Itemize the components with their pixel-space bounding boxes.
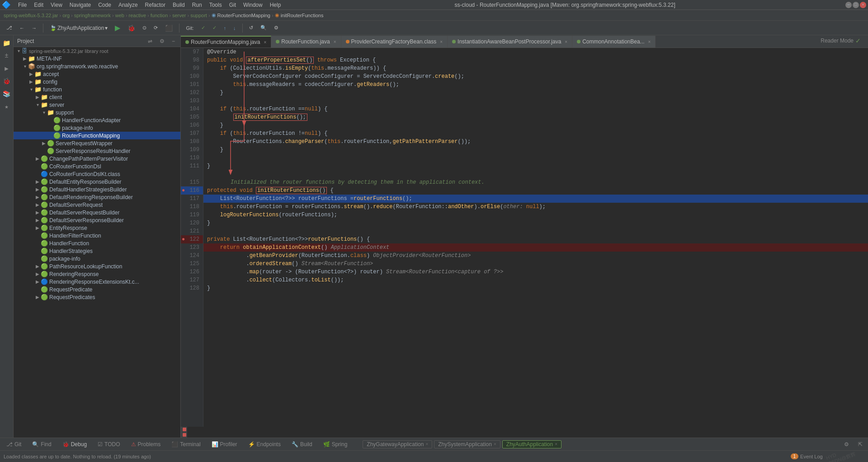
debug-tab-terminal[interactable]: ⬛ Terminal <box>167 440 205 448</box>
debug-expand-button[interactable]: ⇱ <box>854 441 866 448</box>
tree-default-handler[interactable]: ▶ 🟢 DefaultHandlerStrategiesBuilder <box>14 186 180 193</box>
side-icon-debug[interactable]: 🐞 <box>1 75 13 87</box>
side-icon-commit[interactable]: ± <box>1 50 13 62</box>
bc-item-1[interactable]: org <box>62 13 70 18</box>
git-arrow-down[interactable]: ↓ <box>231 24 239 32</box>
menu-file[interactable]: File <box>14 1 30 9</box>
forward-button[interactable]: → <box>29 24 39 32</box>
tree-request-predicates[interactable]: ▶ 🟢 RequestPredicates <box>14 293 180 301</box>
tree-package-info-1[interactable]: 🟢 package-info <box>14 124 180 132</box>
tree-handler-filter[interactable]: 🟢 HandlerFilterFunction <box>14 232 180 239</box>
tree-handler-function[interactable]: 🟢 HandlerFunction <box>14 239 180 247</box>
tree-rendering-ext-kt[interactable]: ▶ 🔵 RenderingResponseExtensionsKt.c... <box>14 278 180 286</box>
menu-refactor[interactable]: Refactor <box>142 1 169 9</box>
tree-accept[interactable]: ▶ 📁 accept <box>14 70 180 78</box>
close-button[interactable]: × <box>860 2 866 8</box>
undo-button[interactable]: ↺ <box>246 24 256 32</box>
panel-expand-button[interactable]: ⇌ <box>146 37 154 45</box>
minimize-button[interactable]: ─ <box>845 2 852 8</box>
bc-item-6[interactable]: server <box>172 13 186 18</box>
debug-session-system[interactable]: ZhySystemApplication × <box>434 440 500 448</box>
side-icon-run[interactable]: ▶ <box>1 62 13 74</box>
tree-router-function-mapping[interactable]: 🟢 RouterFunctionMapping <box>14 132 180 139</box>
run-config-selector[interactable]: 🍃 ZhyAuthApplication ▾ <box>47 24 110 33</box>
debug-session-close[interactable]: × <box>425 442 428 447</box>
tree-default-server-request-b[interactable]: ▶ 🟢 DefaultServerRequestBuilder <box>14 209 180 216</box>
menu-analyze[interactable]: Analyze <box>115 1 142 9</box>
menu-window[interactable]: Window <box>240 1 266 9</box>
tab-instantiation-aware[interactable]: InstantiationAwareBeanPostProcessor.java… <box>448 36 572 48</box>
tree-function[interactable]: ▾ 📁 function <box>14 86 180 93</box>
tab-close-icon[interactable]: × <box>440 39 443 44</box>
tree-client[interactable]: ▶ 📁 client <box>14 93 180 101</box>
menu-navigate[interactable]: Navigate <box>66 1 94 9</box>
bc-item-2[interactable]: springframework <box>74 13 111 18</box>
side-icon-project[interactable]: 📁 <box>1 37 13 49</box>
debug-session-auth[interactable]: ZhyAuthApplication × <box>502 440 561 448</box>
debug-tab-problems[interactable]: ⚠ Problems <box>127 440 165 448</box>
tab-close-icon[interactable]: × <box>565 39 567 44</box>
tree-server[interactable]: ▾ 📁 server <box>14 101 180 109</box>
debug-session-close[interactable]: × <box>494 442 496 447</box>
tab-close-icon[interactable]: × <box>264 40 266 45</box>
git-arrow-up[interactable]: ↑ <box>221 24 229 32</box>
menu-code[interactable]: Code <box>94 1 115 9</box>
menu-run[interactable]: Run <box>189 1 206 9</box>
menu-tools[interactable]: Tools <box>206 1 226 9</box>
code-editor[interactable]: @Override public void afterPropertiesSet… <box>203 48 868 427</box>
event-log-badge[interactable]: 1 Event Log <box>791 453 823 459</box>
tab-close-icon[interactable]: × <box>648 39 651 44</box>
right-sidebar-scroll[interactable] <box>181 427 187 438</box>
git-check1[interactable]: ✓ <box>198 24 208 32</box>
panel-collapse-button[interactable]: − <box>170 37 177 45</box>
tree-org-package[interactable]: ▾ 📦 org.springframework.web.reactive <box>14 62 180 70</box>
debug-tab-todo[interactable]: ☑ TODO <box>93 440 124 448</box>
bc-item-5[interactable]: function <box>151 13 168 18</box>
tree-change-path[interactable]: ▶ 🟢 ChangePathPatternParserVisitor <box>14 155 180 162</box>
debug-session-gateway[interactable]: ZhyGatewayApplication × <box>363 440 432 448</box>
tab-common-annotation[interactable]: CommonAnnotationBea... × <box>572 36 656 48</box>
tab-provider-creating[interactable]: ProviderCreatingFactoryBean.class × <box>341 36 448 48</box>
menu-build[interactable]: Build <box>169 1 189 9</box>
tree-request-predicate[interactable]: 🟢 RequestPredicate <box>14 286 180 293</box>
bc-method[interactable]: ◉ initRouterFunctions <box>275 12 324 18</box>
menu-help[interactable]: Help <box>266 1 285 9</box>
tree-handler-strategies[interactable]: 🟢 HandlerStrategies <box>14 247 180 255</box>
coverage-button[interactable]: ⊙ <box>140 24 149 32</box>
tree-config[interactable]: ▶ 📁 config <box>14 78 180 86</box>
tree-entity-response[interactable]: ▶ 🟢 EntityResponse <box>14 224 180 232</box>
tree-path-resource[interactable]: ▶ 🟢 PathResourceLookupFunction <box>14 262 180 270</box>
settings-button[interactable]: ⚙ <box>271 24 281 32</box>
search-button[interactable]: 🔍 <box>258 24 269 32</box>
debug-tab-spring[interactable]: 🌿 Spring <box>319 440 352 448</box>
menu-git[interactable]: Git <box>226 1 240 9</box>
tree-default-entity[interactable]: ▶ 🟢 DefaultEntityResponseBuilder <box>14 178 180 186</box>
tree-server-response-result[interactable]: 🟢 ServerResponseResultHandler <box>14 147 180 155</box>
tree-package-info-2[interactable]: 🟢 package-info <box>14 255 180 262</box>
tab-router-function[interactable]: RouterFunction.java × <box>271 36 341 48</box>
debug-tab-endpoints[interactable]: ⚡ Endpoints <box>244 440 285 448</box>
tree-meta-inf[interactable]: ▶ 📁 META-INF <box>14 55 180 62</box>
debug-tab-profiler[interactable]: 📊 Profiler <box>207 440 242 448</box>
tree-item-spring-lib[interactable]: ▾ 🗄 spring-webflux-5.3.22.jar library ro… <box>14 47 180 55</box>
debug-button[interactable]: 🐞 <box>125 23 138 33</box>
tree-default-server-response-b[interactable]: ▶ 🟢 DefaultServerResponseBuilder <box>14 216 180 224</box>
tree-default-rendering[interactable]: ▶ 🟢 DefaultRenderingResponseBuilder <box>14 193 180 201</box>
tree-rendering-response[interactable]: ▶ 🟢 RenderingResponse <box>14 270 180 278</box>
tree-handler-function-adapter[interactable]: 🟢 HandlerFunctionAdapter <box>14 116 180 124</box>
debug-tab-debug[interactable]: 🐞 Debug <box>58 440 91 448</box>
debug-tab-find[interactable]: 🔍 Find <box>28 440 56 448</box>
debug-tab-git[interactable]: ⎇ Git <box>2 440 26 448</box>
git-check2[interactable]: ✓ <box>210 24 219 32</box>
tree-co-router[interactable]: 🟢 CoRouterFunctionDsl <box>14 162 180 170</box>
bc-item-3[interactable]: web <box>115 13 124 18</box>
debug-session-close[interactable]: × <box>555 442 557 447</box>
run-button[interactable]: ▶ <box>112 22 123 33</box>
bc-item-4[interactable]: reactive <box>129 13 146 18</box>
tree-default-server-request[interactable]: ▶ 🟢 DefaultServerRequest <box>14 201 180 209</box>
side-icon-learn[interactable]: 📚 <box>1 88 13 100</box>
profile-button[interactable]: ⟳ <box>151 24 160 32</box>
tree-support[interactable]: ▾ 📁 support <box>14 109 180 116</box>
vcs-button[interactable]: ⎇ <box>4 24 15 32</box>
tree-co-router-kt[interactable]: 🔵 CoRouterFunctionDslKt.class <box>14 170 180 178</box>
